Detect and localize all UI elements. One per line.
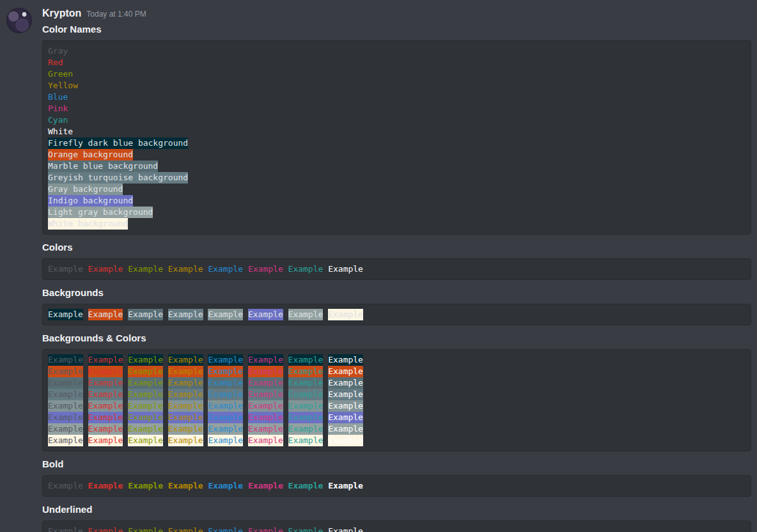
ansi-name-bg-marble-blue: Marble blue background	[48, 160, 158, 172]
ansi-cell-marble-blue-green: Example	[128, 377, 163, 389]
ansi-cell-white-white: Example	[328, 435, 363, 446]
chat-message: Krypton Today at 1:40 PM Color Names Gra…	[0, 0, 757, 532]
message-meta: Krypton Today at 1:40 PM	[42, 8, 751, 22]
ansi-cell-firefly-dark-blue-white: Example	[328, 354, 363, 366]
ansi-cell-indigo-gray: Example	[48, 412, 83, 423]
ansi-cell-light-gray-cyan: Example	[288, 423, 324, 435]
code-line: Red	[48, 57, 745, 68]
ansi-name-cyan: Cyan	[48, 114, 68, 126]
ansi-underline-red: Example	[88, 526, 123, 532]
code-line: White background	[48, 218, 745, 230]
ansi-cell-greyish-turquoise-green: Example	[128, 389, 163, 400]
ansi-bold-yellow: Example	[168, 480, 203, 492]
ansi-bg-light-gray: Example	[288, 309, 324, 320]
ansi-underline-pink: Example	[248, 526, 283, 532]
ansi-cell-greyish-turquoise-blue: Example	[208, 389, 243, 400]
ansi-bold-cyan: Example	[288, 480, 324, 492]
ansi-underline-green: Example	[128, 526, 163, 532]
ansi-bg-greyish-turquoise: Example	[168, 309, 203, 320]
ansi-underline-cyan: Example	[288, 526, 324, 532]
code-line: Greyish turquoise background	[48, 172, 745, 184]
ansi-fg-red: Example	[88, 263, 123, 275]
ansi-cell-greyish-turquoise-gray: Example	[48, 389, 83, 400]
ansi-underline-white: Example	[328, 526, 363, 532]
code-line: Orange background	[48, 149, 745, 160]
section-title-color-names: Color Names	[42, 23, 751, 35]
ansi-fg-blue: Example	[208, 263, 243, 275]
ansi-underline-gray: Example	[48, 526, 83, 532]
ansi-cell-marble-blue-yellow: Example	[168, 377, 203, 389]
section-title-grid: Backgrounds & Colors	[42, 332, 751, 344]
ansi-cell-indigo-green: Example	[128, 412, 163, 423]
ansi-cell-firefly-dark-blue-pink: Example	[248, 354, 283, 366]
codeblock-colors: ExampleExampleExampleExampleExampleExamp…	[42, 258, 751, 280]
code-line: ExampleExampleExampleExampleExampleExamp…	[48, 366, 745, 377]
ansi-cell-marble-blue-gray: Example	[48, 377, 83, 389]
ansi-cell-indigo-white: Example	[328, 412, 363, 423]
ansi-name-bg-firefly-dark-blue: Firefly dark blue background	[48, 137, 188, 149]
code-line: ExampleExampleExampleExampleExampleExamp…	[48, 480, 745, 492]
ansi-name-white: White	[48, 126, 73, 137]
ansi-cell-white-pink: Example	[248, 435, 283, 446]
ansi-cell-greyish-turquoise-pink: Example	[248, 389, 283, 400]
ansi-name-bg-indigo: Indigo background	[48, 195, 133, 207]
ansi-cell-gray-white: Example	[328, 400, 363, 412]
ansi-bold-blue: Example	[208, 480, 243, 492]
ansi-fg-pink: Example	[248, 263, 283, 275]
ansi-cell-marble-blue-red: Example	[88, 377, 123, 389]
section-title-bold: Bold	[42, 458, 751, 470]
username[interactable]: Krypton	[42, 8, 81, 19]
ansi-underline-yellow: Example	[168, 526, 203, 532]
code-line: ExampleExampleExampleExampleExampleExamp…	[48, 526, 745, 532]
user-avatar[interactable]	[6, 8, 32, 33]
ansi-cell-firefly-dark-blue-yellow: Example	[168, 354, 203, 366]
ansi-cell-gray-blue: Example	[208, 400, 243, 412]
code-line: Indigo background	[48, 195, 745, 207]
ansi-name-pink: Pink	[48, 103, 68, 114]
ansi-cell-light-gray-pink: Example	[248, 423, 283, 435]
ansi-cell-marble-blue-white: Example	[328, 377, 363, 389]
code-line: Yellow	[48, 80, 745, 91]
ansi-name-green: Green	[48, 68, 73, 80]
code-line: Blue	[48, 91, 745, 103]
ansi-name-bg-gray: Gray background	[48, 184, 123, 195]
ansi-bg-indigo: Example	[248, 309, 283, 320]
ansi-bg-gray: Example	[208, 309, 243, 320]
ansi-cell-firefly-dark-blue-cyan: Example	[288, 354, 324, 366]
codeblock-color-names: GrayRedGreenYellowBluePinkCyanWhiteFiref…	[42, 40, 751, 235]
ansi-cell-gray-green: Example	[128, 400, 163, 412]
ansi-name-yellow: Yellow	[48, 80, 78, 91]
ansi-cell-gray-red: Example	[88, 400, 123, 412]
ansi-cell-indigo-pink: Example	[248, 412, 283, 423]
ansi-cell-marble-blue-blue: Example	[208, 377, 243, 389]
ansi-cell-white-blue: Example	[208, 435, 243, 446]
ansi-cell-orange-pink: Example	[248, 366, 283, 377]
code-line: ExampleExampleExampleExampleExampleExamp…	[48, 309, 745, 320]
ansi-bold-white: Example	[328, 480, 363, 492]
ansi-bold-red: Example	[88, 480, 123, 492]
ansi-cell-gray-gray: Example	[48, 400, 83, 412]
ansi-cell-greyish-turquoise-white: Example	[328, 389, 363, 400]
codeblock-bold: ExampleExampleExampleExampleExampleExamp…	[42, 475, 751, 497]
code-line: ExampleExampleExampleExampleExampleExamp…	[48, 263, 745, 275]
ansi-cell-marble-blue-cyan: Example	[288, 377, 324, 389]
ansi-name-gray: Gray	[48, 45, 68, 57]
ansi-cell-light-gray-blue: Example	[208, 423, 243, 435]
code-line: Green	[48, 68, 745, 80]
ansi-cell-orange-gray: Example	[48, 366, 83, 377]
ansi-cell-orange-green: Example	[128, 366, 163, 377]
ansi-cell-white-gray: Example	[48, 435, 83, 446]
ansi-bg-firefly-dark-blue: Example	[48, 309, 83, 320]
ansi-cell-firefly-dark-blue-gray: Example	[48, 354, 83, 366]
ansi-cell-white-red: Example	[88, 435, 123, 446]
ansi-fg-green: Example	[128, 263, 163, 275]
ansi-cell-light-gray-gray: Example	[48, 423, 83, 435]
ansi-cell-indigo-blue: Example	[208, 412, 243, 423]
code-line: Gray	[48, 45, 745, 57]
timestamp: Today at 1:40 PM	[86, 10, 146, 19]
ansi-bg-orange: Example	[88, 309, 123, 320]
code-line: ExampleExampleExampleExampleExampleExamp…	[48, 377, 745, 389]
section-title-underlined: Underlined	[42, 503, 751, 515]
ansi-fg-yellow: Example	[168, 263, 203, 275]
ansi-bold-pink: Example	[248, 480, 283, 492]
